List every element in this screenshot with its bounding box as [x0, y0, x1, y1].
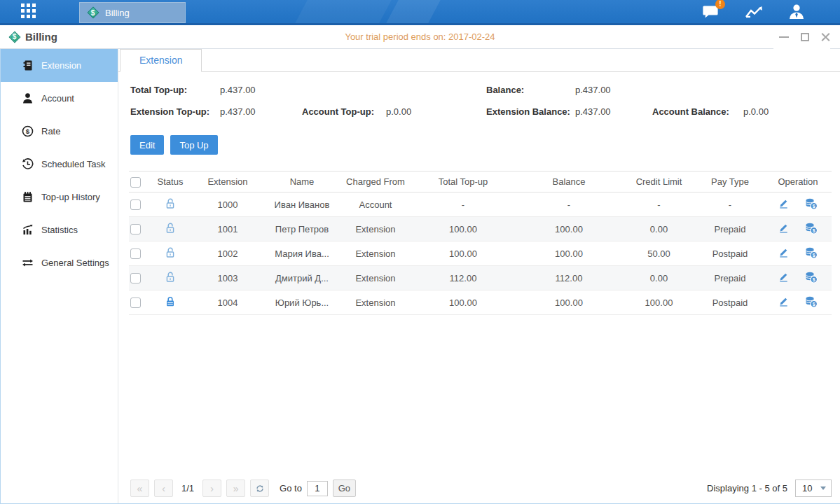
row-checkbox[interactable] — [130, 200, 141, 210]
column-header-name: Name — [263, 172, 340, 192]
screen: $ Billing ! — [0, 0, 840, 504]
last-page-button[interactable]: » — [226, 479, 245, 497]
page-size-value: 10 — [802, 483, 812, 493]
topup-icon[interactable]: $ — [804, 197, 818, 212]
resource-monitor-icon[interactable] — [744, 2, 764, 22]
sidebar-item-account[interactable]: Account — [1, 82, 118, 115]
edit-icon[interactable] — [778, 295, 790, 309]
prev-page-button[interactable]: ‹ — [154, 479, 173, 497]
balance-label: Balance: — [486, 85, 524, 95]
svg-text:$: $ — [813, 276, 815, 282]
cell-extension: 1003 — [192, 266, 263, 290]
total-topup-label: Total Top-up: — [130, 85, 187, 95]
sidebar-item-label: Account — [41, 93, 74, 104]
column-header-status: Status — [149, 172, 192, 192]
sidebar-item-label: Statistics — [41, 225, 78, 235]
sidebar-item-label: Scheduled Task — [41, 159, 106, 169]
extension-table: Status Extension Name Charged From Total… — [129, 171, 832, 315]
sidebar-item-topup-history[interactable]: Top-up History — [1, 181, 118, 214]
sidebar-item-label: Rate — [41, 126, 60, 136]
topup-icon[interactable]: $ — [804, 246, 818, 261]
edit-button[interactable]: Edit — [130, 135, 164, 155]
column-header-extension: Extension — [192, 172, 263, 192]
messages-icon[interactable]: ! — [701, 2, 721, 22]
sidebar-item-rate[interactable]: $ Rate — [1, 115, 118, 148]
pagination-summary: Displaying 1 - 5 of 5 10 — [707, 479, 832, 497]
account-topup-value: p.0.00 — [386, 106, 411, 117]
row-checkbox[interactable] — [130, 224, 141, 234]
goto-label: Go to — [280, 483, 302, 493]
row-checkbox[interactable] — [130, 273, 141, 284]
table-row[interactable]: 1001 Петр Петров Extension 100.00 100.00… — [129, 217, 832, 241]
window-controls — [773, 25, 830, 49]
extension-balance-value: p.437.00 — [575, 106, 611, 117]
cell-extension: 1000 — [192, 192, 263, 217]
edit-icon[interactable] — [778, 246, 790, 260]
apps-grid-icon[interactable] — [21, 4, 37, 20]
table-row[interactable]: 1000 Иван Иванов Account - - - - $ — [129, 192, 832, 217]
cell-charged-from: Extension — [340, 266, 411, 290]
next-page-button[interactable]: › — [202, 479, 221, 497]
sidebar-item-general-settings[interactable]: General Settings — [1, 246, 118, 279]
cell-charged-from: Extension — [340, 217, 411, 241]
sidebar-item-label: Top-up History — [41, 192, 100, 202]
svg-text:$: $ — [813, 227, 815, 233]
topup-icon[interactable]: $ — [804, 222, 818, 237]
extension-table-wrap: Status Extension Name Charged From Total… — [129, 171, 832, 315]
cell-balance: 100.00 — [516, 290, 622, 315]
maximize-icon[interactable] — [801, 33, 809, 41]
cell-pay-type: Prepaid — [696, 266, 764, 290]
sidebar-item-statistics[interactable]: Statistics — [1, 214, 118, 246]
cell-credit-limit: - — [622, 192, 696, 217]
cell-total-topup: - — [411, 192, 516, 217]
topup-icon[interactable]: $ — [804, 295, 818, 310]
first-page-button[interactable]: « — [130, 479, 149, 497]
topbar-decoration — [386, 0, 441, 23]
total-topup-value: p.437.00 — [220, 85, 256, 95]
cell-charged-from: Extension — [340, 290, 411, 315]
minimize-icon[interactable] — [779, 36, 789, 38]
close-icon[interactable] — [821, 33, 830, 42]
cell-credit-limit: 0.00 — [622, 217, 696, 241]
main-content: Extension Total Top-up: p.437.00 Balance… — [118, 49, 840, 503]
trial-notice: Your trial period ends on: 2017-02-24 — [0, 31, 840, 42]
taskbar-tab-billing[interactable]: $ Billing — [79, 2, 186, 23]
table-row[interactable]: 1002 Мария Ива... Extension 100.00 100.0… — [129, 241, 832, 266]
column-header-credit-limit: Credit Limit — [622, 172, 696, 192]
edit-icon[interactable] — [778, 271, 790, 285]
topup-icon[interactable]: $ — [804, 271, 818, 286]
cell-name: Юрий Юрь... — [263, 290, 340, 315]
table-row[interactable]: 1003 Дмитрий Д... Extension 112.00 112.0… — [129, 266, 832, 290]
sidebar-item-extension[interactable]: Extension — [1, 49, 118, 82]
extension-icon — [22, 59, 34, 71]
chevron-down-icon — [820, 486, 826, 490]
page-size-select[interactable]: 10 — [795, 479, 832, 497]
select-all-checkbox[interactable] — [130, 177, 141, 188]
cell-extension: 1004 — [192, 290, 263, 315]
cell-balance: 100.00 — [516, 217, 622, 241]
cell-charged-from: Extension — [340, 241, 411, 266]
account-icon — [22, 92, 34, 104]
cell-balance: 100.00 — [516, 241, 622, 266]
row-checkbox[interactable] — [130, 248, 141, 259]
tab-bar: Extension — [118, 49, 840, 72]
extension-topup-value: p.437.00 — [220, 106, 256, 117]
edit-icon[interactable] — [778, 197, 790, 211]
edit-icon[interactable] — [778, 222, 790, 236]
status-locked-icon — [164, 295, 177, 310]
pagination: « ‹ 1/1 › » Go to Go — [130, 479, 356, 497]
tab-extension[interactable]: Extension — [120, 49, 202, 72]
svg-text:$: $ — [813, 301, 815, 307]
cell-pay-type: Prepaid — [696, 217, 764, 241]
top-up-button[interactable]: Top Up — [170, 135, 217, 155]
table-row[interactable]: 1004 Юрий Юрь... Extension 100.00 100.00… — [129, 290, 832, 315]
cell-balance: 112.00 — [516, 266, 622, 290]
refresh-button[interactable] — [250, 479, 269, 497]
goto-page-input[interactable] — [307, 481, 328, 496]
user-account-icon[interactable] — [787, 2, 806, 22]
system-topbar: $ Billing ! — [0, 0, 840, 25]
sidebar-item-scheduled-task[interactable]: Scheduled Task — [1, 148, 118, 181]
go-button[interactable]: Go — [333, 479, 356, 497]
cell-total-topup: 100.00 — [411, 241, 516, 266]
row-checkbox[interactable] — [130, 298, 141, 308]
